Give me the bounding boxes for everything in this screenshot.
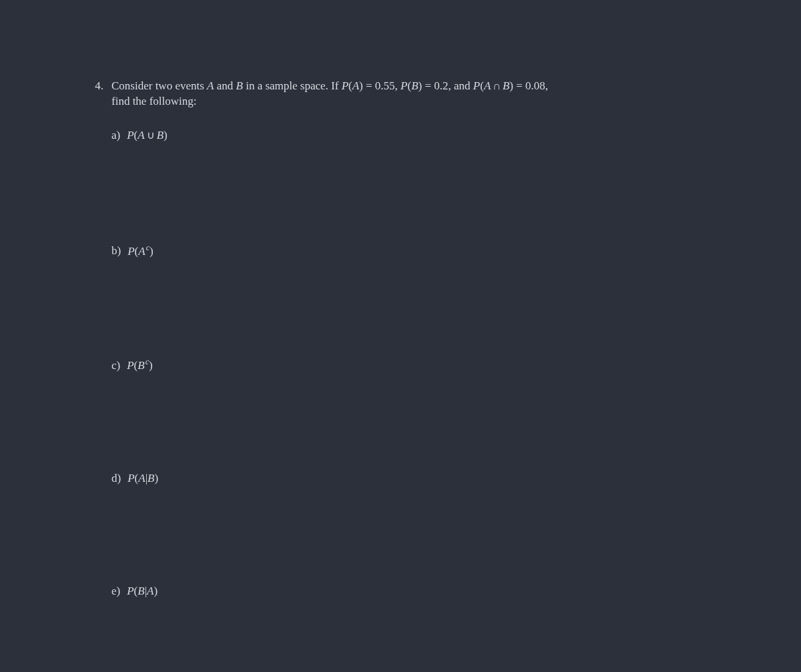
p: P: [473, 79, 480, 92]
p: P: [400, 79, 407, 92]
p: P: [342, 79, 348, 92]
sep: ,: [545, 79, 548, 92]
answer-space: [111, 374, 738, 459]
var-B: B: [138, 585, 144, 597]
item-label: d): [111, 471, 121, 486]
text: and: [214, 79, 236, 92]
p: P: [127, 585, 134, 597]
var-A: A: [147, 585, 154, 597]
sep: ,: [395, 79, 401, 92]
item-label: a): [111, 128, 120, 143]
page: 4. Consider two events A and B in a samp…: [0, 0, 801, 672]
value: ) = 0.55: [359, 79, 395, 92]
paren: ): [149, 359, 153, 372]
value: ) = 0.2: [419, 79, 449, 92]
item-body: P(A|B): [127, 471, 158, 486]
var-A: A: [352, 79, 359, 92]
var-B: B: [236, 79, 243, 92]
answer-space: [111, 259, 738, 344]
paren: ): [164, 129, 168, 141]
paren: ): [154, 585, 158, 597]
item-c: c) P(Bc): [111, 356, 738, 374]
value: ) = 0.08: [509, 79, 545, 92]
answer-space: [111, 599, 738, 672]
var-B: B: [157, 129, 164, 141]
var-A: A: [484, 79, 491, 92]
p: P: [127, 244, 134, 257]
item-body: P(Bc): [127, 356, 152, 374]
var-A: A: [138, 129, 144, 141]
problem-4: 4. Consider two events A and B in a samp…: [90, 79, 738, 109]
complement: c: [146, 357, 149, 366]
item-label: e): [111, 584, 120, 599]
item-body: P(B|A): [127, 584, 158, 599]
paren: ): [150, 244, 154, 257]
p: P: [127, 359, 134, 372]
var-A: A: [138, 244, 145, 257]
item-body: P(A∪B): [127, 128, 168, 143]
answer-space: [111, 143, 738, 230]
text: in a sample space. If: [243, 79, 342, 92]
var-B: B: [411, 79, 418, 92]
item-body: P(Ac): [127, 242, 153, 260]
var-B: B: [503, 79, 509, 92]
var-B: B: [138, 359, 144, 372]
item-label: b): [111, 244, 121, 259]
item-a: a) P(A∪B): [111, 128, 738, 143]
item-b: b) P(Ac): [111, 242, 738, 260]
subitems: a) P(A∪B) b) P(Ac) c) P(Bc) d) P(A|B): [111, 128, 738, 672]
item-label: c): [111, 358, 120, 374]
complement: c: [146, 243, 150, 252]
problem-statement: Consider two events A and B in a sample …: [111, 79, 738, 109]
var-A: A: [138, 472, 145, 484]
item-d: d) P(A|B): [111, 471, 738, 486]
p: P: [127, 472, 134, 484]
problem-number: 4.: [90, 79, 103, 94]
paren: ): [154, 472, 158, 484]
answer-space: [111, 486, 738, 572]
text: find the following:: [111, 95, 196, 107]
sep: , and: [449, 79, 473, 92]
cup-icon: ∪: [145, 129, 157, 141]
var-B: B: [148, 472, 154, 484]
cap-icon: ∩: [491, 80, 503, 91]
item-e: e) P(B|A): [111, 584, 738, 599]
text: Consider two events: [111, 79, 207, 92]
var-A: A: [207, 79, 214, 92]
p: P: [127, 129, 134, 141]
